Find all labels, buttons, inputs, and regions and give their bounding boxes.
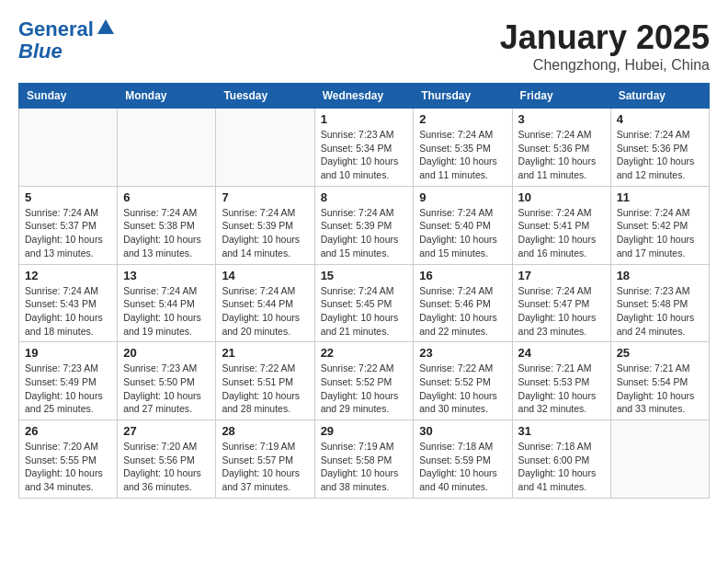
day-number: 26 [25,424,111,438]
calendar-cell [118,109,216,187]
calendar-table: SundayMondayTuesdayWednesdayThursdayFrid… [18,83,710,499]
logo-text-blue: Blue [18,40,63,63]
day-info: Sunrise: 7:23 AM Sunset: 5:49 PM Dayligh… [25,362,111,416]
day-number: 13 [123,269,210,282]
calendar-cell: 13Sunrise: 7:24 AM Sunset: 5:44 PM Dayli… [118,264,216,342]
day-number: 7 [222,190,308,204]
calendar-cell: 17Sunrise: 7:24 AM Sunset: 5:47 PM Dayli… [512,264,610,342]
day-info: Sunrise: 7:24 AM Sunset: 5:45 PM Dayligh… [321,284,408,339]
page-header: General Blue January 2025 Chengzhong, Hu… [18,18,710,74]
day-number: 24 [518,346,605,360]
weekday-header-row: SundayMondayTuesdayWednesdayThursdayFrid… [19,84,710,109]
day-info: Sunrise: 7:24 AM Sunset: 5:44 PM Dayligh… [222,284,308,339]
weekday-header-saturday: Saturday [610,84,709,109]
day-number: 5 [25,190,111,204]
day-info: Sunrise: 7:18 AM Sunset: 6:00 PM Dayligh… [518,440,605,494]
day-info: Sunrise: 7:24 AM Sunset: 5:37 PM Dayligh… [25,206,111,260]
day-info: Sunrise: 7:22 AM Sunset: 5:52 PM Dayligh… [419,362,506,416]
calendar-cell: 15Sunrise: 7:24 AM Sunset: 5:45 PM Dayli… [314,264,414,342]
logo-icon [96,17,116,38]
day-info: Sunrise: 7:19 AM Sunset: 5:58 PM Dayligh… [321,440,408,494]
day-number: 4 [617,112,703,126]
calendar-cell: 19Sunrise: 7:23 AM Sunset: 5:49 PM Dayli… [19,342,118,420]
calendar-cell [19,109,118,187]
calendar-cell: 5Sunrise: 7:24 AM Sunset: 5:37 PM Daylig… [19,186,118,264]
calendar-cell: 27Sunrise: 7:20 AM Sunset: 5:56 PM Dayli… [118,420,216,499]
day-number: 17 [518,269,605,282]
weekday-header-thursday: Thursday [414,84,512,109]
day-number: 30 [419,424,506,438]
day-number: 1 [321,112,408,126]
calendar-cell: 1Sunrise: 7:23 AM Sunset: 5:34 PM Daylig… [314,109,414,187]
week-row-2: 5Sunrise: 7:24 AM Sunset: 5:37 PM Daylig… [19,186,710,264]
day-number: 18 [617,269,703,282]
calendar-cell: 26Sunrise: 7:20 AM Sunset: 5:55 PM Dayli… [19,420,118,499]
calendar-cell: 25Sunrise: 7:21 AM Sunset: 5:54 PM Dayli… [610,342,709,420]
day-number: 16 [419,269,506,282]
day-info: Sunrise: 7:21 AM Sunset: 5:53 PM Dayligh… [518,362,605,416]
day-number: 3 [518,112,605,126]
location-subtitle: Chengzhong, Hubei, China [500,57,710,74]
day-number: 12 [25,269,111,282]
day-info: Sunrise: 7:23 AM Sunset: 5:48 PM Dayligh… [617,284,703,339]
day-info: Sunrise: 7:24 AM Sunset: 5:42 PM Dayligh… [617,206,703,260]
day-number: 29 [321,424,408,438]
calendar-cell: 2Sunrise: 7:24 AM Sunset: 5:35 PM Daylig… [414,109,512,187]
day-info: Sunrise: 7:24 AM Sunset: 5:35 PM Dayligh… [419,128,506,182]
day-number: 31 [518,424,605,438]
day-info: Sunrise: 7:20 AM Sunset: 5:56 PM Dayligh… [123,440,210,494]
calendar-cell: 10Sunrise: 7:24 AM Sunset: 5:41 PM Dayli… [512,186,610,264]
weekday-header-sunday: Sunday [19,84,118,109]
day-number: 9 [419,190,506,204]
calendar-cell: 22Sunrise: 7:22 AM Sunset: 5:52 PM Dayli… [314,342,414,420]
calendar-cell: 12Sunrise: 7:24 AM Sunset: 5:43 PM Dayli… [19,264,118,342]
calendar-cell: 23Sunrise: 7:22 AM Sunset: 5:52 PM Dayli… [414,342,512,420]
day-info: Sunrise: 7:22 AM Sunset: 5:52 PM Dayligh… [321,362,408,416]
calendar-cell: 8Sunrise: 7:24 AM Sunset: 5:39 PM Daylig… [314,186,414,264]
weekday-header-friday: Friday [512,84,610,109]
day-info: Sunrise: 7:24 AM Sunset: 5:41 PM Dayligh… [518,206,605,260]
calendar-cell: 18Sunrise: 7:23 AM Sunset: 5:48 PM Dayli… [610,264,709,342]
day-number: 27 [123,424,210,438]
calendar-cell: 16Sunrise: 7:24 AM Sunset: 5:46 PM Dayli… [414,264,512,342]
calendar-cell: 11Sunrise: 7:24 AM Sunset: 5:42 PM Dayli… [610,186,709,264]
calendar-cell: 31Sunrise: 7:18 AM Sunset: 6:00 PM Dayli… [512,420,610,499]
weekday-header-monday: Monday [118,84,216,109]
month-title: January 2025 [500,18,710,57]
day-number: 10 [518,190,605,204]
day-info: Sunrise: 7:24 AM Sunset: 5:40 PM Dayligh… [419,206,506,260]
calendar-cell: 9Sunrise: 7:24 AM Sunset: 5:40 PM Daylig… [414,186,512,264]
day-info: Sunrise: 7:20 AM Sunset: 5:55 PM Dayligh… [25,440,111,494]
day-number: 22 [321,346,408,360]
day-info: Sunrise: 7:23 AM Sunset: 5:34 PM Dayligh… [321,128,408,182]
day-info: Sunrise: 7:19 AM Sunset: 5:57 PM Dayligh… [222,440,308,494]
day-info: Sunrise: 7:24 AM Sunset: 5:47 PM Dayligh… [518,284,605,339]
svg-marker-0 [97,19,114,34]
calendar-cell [610,420,709,499]
logo: General Blue [18,18,116,63]
day-number: 11 [617,190,703,204]
title-area: January 2025 Chengzhong, Hubei, China [500,18,710,74]
day-info: Sunrise: 7:24 AM Sunset: 5:43 PM Dayligh… [25,284,111,339]
day-number: 6 [123,190,210,204]
calendar-cell [216,109,314,187]
day-info: Sunrise: 7:24 AM Sunset: 5:46 PM Dayligh… [419,284,506,339]
weekday-header-tuesday: Tuesday [216,84,314,109]
day-info: Sunrise: 7:24 AM Sunset: 5:44 PM Dayligh… [123,284,210,339]
week-row-3: 12Sunrise: 7:24 AM Sunset: 5:43 PM Dayli… [19,264,710,342]
day-number: 8 [321,190,408,204]
calendar-cell: 4Sunrise: 7:24 AM Sunset: 5:36 PM Daylig… [610,109,709,187]
day-info: Sunrise: 7:24 AM Sunset: 5:38 PM Dayligh… [123,206,210,260]
week-row-1: 1Sunrise: 7:23 AM Sunset: 5:34 PM Daylig… [19,109,710,187]
calendar-cell: 30Sunrise: 7:18 AM Sunset: 5:59 PM Dayli… [414,420,512,499]
logo-text-general: General [18,18,94,40]
weekday-header-wednesday: Wednesday [314,84,414,109]
week-row-5: 26Sunrise: 7:20 AM Sunset: 5:55 PM Dayli… [19,420,710,499]
calendar-cell: 29Sunrise: 7:19 AM Sunset: 5:58 PM Dayli… [314,420,414,499]
day-number: 21 [222,346,308,360]
day-number: 15 [321,269,408,282]
day-info: Sunrise: 7:21 AM Sunset: 5:54 PM Dayligh… [617,362,703,416]
calendar-cell: 28Sunrise: 7:19 AM Sunset: 5:57 PM Dayli… [216,420,314,499]
day-info: Sunrise: 7:24 AM Sunset: 5:39 PM Dayligh… [222,206,308,260]
day-number: 20 [123,346,210,360]
